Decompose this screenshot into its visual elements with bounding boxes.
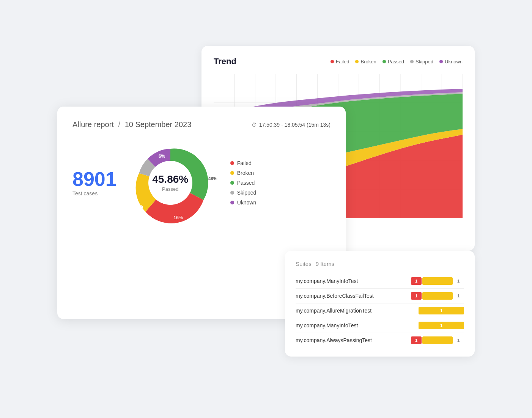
chart-unknown-label: Uknown xyxy=(237,200,257,206)
suites-title: Suites xyxy=(296,261,312,267)
allure-title-text: Allure report xyxy=(72,120,114,129)
chart-legend-failed: Failed xyxy=(230,160,257,166)
bar-yellow-4: 1 xyxy=(419,322,464,329)
allure-header: Allure report / 10 September 2023 ⏱ 17:5… xyxy=(72,120,331,129)
legend-skipped: Skipped xyxy=(410,59,433,64)
suites-card: Suites 9 Items my.company.ManyInfoTest 1… xyxy=(285,251,475,357)
allure-title-group: Allure report / 10 September 2023 xyxy=(72,120,191,129)
suite-bars-2: 1 1 xyxy=(411,292,464,300)
legend-unknown: Uknown xyxy=(439,59,463,64)
allure-time: ⏱ 17:50:39 - 18:05:54 (15m 13s) xyxy=(252,122,331,128)
suite-name-2: my.company.BeforeClassFailTest xyxy=(296,293,411,299)
bar-yellow-5 xyxy=(422,336,453,344)
legend-failed: Failed xyxy=(331,59,349,64)
legend-passed: Passed xyxy=(382,59,404,64)
main-scene: Trend Failed Broken Passed Skipped xyxy=(57,38,475,380)
trend-title: Trend xyxy=(214,57,236,66)
segment-label-6-purple: 6% xyxy=(159,154,165,159)
skipped-dot xyxy=(410,60,414,63)
failed-dot xyxy=(331,60,334,63)
bar-red-5: 1 xyxy=(411,336,422,344)
donut-center: 45.86% Passed xyxy=(152,173,188,192)
donut-percent: 45.86% xyxy=(152,173,188,185)
bar-label-5: 1 xyxy=(453,336,464,344)
allure-time-text: 17:50:39 - 18:05:54 (15m 13s) xyxy=(259,122,331,128)
test-count-number: 8901 xyxy=(72,169,116,189)
suite-bars-5: 1 1 xyxy=(411,336,464,344)
suite-row[interactable]: my.company.ManyInfoTest 1 1 xyxy=(296,274,464,289)
chart-failed-label: Failed xyxy=(237,160,252,166)
legend-unknown-label: Uknown xyxy=(445,59,463,64)
donut-chart: 48% 33% 16% 6% 6% 45.86% Passed xyxy=(129,141,212,225)
bar-red-1: 1 xyxy=(411,277,422,285)
legend-skipped-label: Skipped xyxy=(416,59,433,64)
bar-label-2: 1 xyxy=(453,292,464,300)
unknown-dot xyxy=(439,60,443,63)
bar-yellow-3: 1 xyxy=(419,307,464,314)
chart-passed-label: Passed xyxy=(237,180,255,186)
chart-unknown-dot xyxy=(230,201,234,204)
chart-broken-label: Broken xyxy=(237,170,254,176)
suite-row[interactable]: my.company.ManyInfoTest 1 xyxy=(296,318,464,333)
suite-name-1: my.company.ManyInfoTest xyxy=(296,278,411,284)
bar-yellow-1 xyxy=(422,277,453,285)
test-count-area: 8901 Test cases xyxy=(72,169,116,196)
bar-yellow-2 xyxy=(422,292,453,300)
chart-skipped-dot xyxy=(230,191,234,195)
suite-row[interactable]: my.company.AllureMigrationTest 1 xyxy=(296,303,464,318)
suite-bars-3: 1 xyxy=(419,307,464,314)
allure-content: 8901 Test cases xyxy=(72,141,331,225)
legend-passed-label: Passed xyxy=(388,59,404,64)
suite-row[interactable]: my.company.AlwaysPassingTest 1 1 xyxy=(296,333,464,347)
trend-header: Trend Failed Broken Passed Skipped xyxy=(214,57,463,66)
segment-label-16: 16% xyxy=(173,215,183,220)
suite-bars-1: 1 1 xyxy=(411,277,464,285)
segment-label-6-gray: 6% xyxy=(127,172,134,177)
test-count-label: Test cases xyxy=(72,190,98,196)
chart-skipped-label: Skipped xyxy=(237,190,257,196)
legend-broken-label: Broken xyxy=(360,59,376,64)
bar-red-2: 1 xyxy=(411,292,422,300)
suites-count: 9 Items xyxy=(316,261,334,267)
suite-row[interactable]: my.company.BeforeClassFailTest 1 1 xyxy=(296,289,464,303)
suite-name-3: my.company.AllureMigrationTest xyxy=(296,308,419,314)
chart-legend-passed: Passed xyxy=(230,180,257,186)
suite-name-4: my.company.ManyInfoTest xyxy=(296,322,419,328)
chart-legend: Failed Broken Passed Skipped Uknown xyxy=(230,160,257,206)
bar-label-1: 1 xyxy=(453,277,464,285)
chart-legend-broken: Broken xyxy=(230,170,257,176)
legend-failed-label: Failed xyxy=(336,59,349,64)
chart-legend-skipped: Skipped xyxy=(230,190,257,196)
allure-date: 10 September 2023 xyxy=(125,120,192,129)
passed-dot xyxy=(382,60,386,63)
chart-legend-unknown: Uknown xyxy=(230,200,257,206)
broken-dot xyxy=(355,60,359,63)
clock-icon: ⏱ xyxy=(252,122,257,128)
trend-legend: Failed Broken Passed Skipped Uknown xyxy=(331,59,463,64)
chart-passed-dot xyxy=(230,181,234,185)
suite-name-5: my.company.AlwaysPassingTest xyxy=(296,337,411,343)
segment-label-48: 48% xyxy=(208,176,217,181)
donut-label: Passed xyxy=(162,186,178,192)
suite-bars-4: 1 xyxy=(419,322,464,329)
allure-separator: / xyxy=(118,120,121,129)
legend-broken: Broken xyxy=(355,59,376,64)
allure-title: Allure report / 10 September 2023 xyxy=(72,120,191,129)
segment-label-33: 33% xyxy=(134,204,143,209)
suites-header: Suites 9 Items xyxy=(296,260,464,268)
chart-broken-dot xyxy=(230,171,234,175)
chart-failed-dot xyxy=(230,161,234,165)
